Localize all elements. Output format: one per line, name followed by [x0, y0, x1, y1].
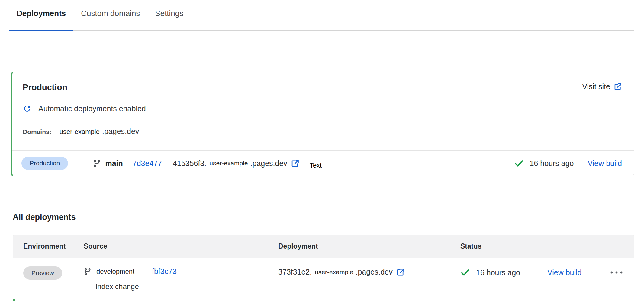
next-row-partial	[13, 299, 634, 301]
status-time: 16 hours ago	[476, 268, 520, 277]
tab-custom-domains[interactable]: Custom domains	[73, 8, 147, 31]
row-menu-button[interactable]	[610, 271, 623, 274]
commit-link[interactable]: 7d3e477	[133, 159, 162, 168]
commit-link[interactable]: fbf3c73	[152, 267, 177, 276]
all-deployments-heading: All deployments	[13, 213, 644, 222]
status-time: 16 hours ago	[530, 159, 574, 168]
external-link-icon	[396, 268, 405, 276]
environment-badge: Production	[21, 157, 68, 170]
external-link-icon	[291, 159, 299, 168]
auto-deployments-text: Automatic deployments enabled	[38, 104, 146, 113]
column-header-deployment: Deployment	[278, 242, 460, 250]
column-header-environment: Environment	[23, 242, 84, 250]
deployment-subdomain: 373f31e2.	[278, 268, 312, 276]
table-row: Preview development fbf3c73 index change…	[13, 258, 634, 299]
environment-badge: Preview	[23, 266, 62, 280]
status-cell: 16 hours ago View build	[460, 268, 634, 277]
domains-row: Domains: user-example .pages.dev	[23, 127, 622, 136]
visit-site-link[interactable]: Visit site	[582, 82, 622, 91]
deployment-suffix: .pages.dev	[356, 268, 392, 276]
check-icon	[514, 158, 524, 168]
git-branch-icon	[84, 268, 92, 275]
column-header-status: Status	[460, 242, 634, 250]
external-link-icon	[614, 83, 622, 91]
production-deployment-row: Production main 7d3e477 415356f3. user-e…	[12, 150, 634, 176]
check-icon	[460, 268, 470, 277]
commit-message: index change	[96, 282, 278, 291]
deployments-table: Environment Source Deployment Status Pre…	[13, 235, 634, 301]
refresh-icon	[23, 104, 32, 113]
git-branch-icon	[93, 159, 101, 168]
source-cell: development fbf3c73 index change	[84, 267, 278, 291]
deployment-url[interactable]: 415356f3. user-example .pages.dev	[173, 159, 299, 168]
branch-name: development	[96, 268, 134, 275]
domain-project: user-example	[60, 128, 100, 136]
deployment-subdomain: 415356f3.	[173, 159, 206, 168]
production-card-title: Production	[23, 82, 67, 93]
domain-suffix: .pages.dev	[102, 127, 139, 136]
production-card: Production Visit site Automatic deploym	[11, 72, 634, 176]
column-header-source: Source	[84, 242, 278, 250]
text-annotation: Text	[310, 161, 322, 169]
deployment-url[interactable]: 373f31e2. user-example .pages.dev	[278, 268, 460, 276]
branch-name: main	[105, 159, 123, 168]
deployment-project: user-example	[209, 160, 248, 167]
tab-deployments[interactable]: Deployments	[9, 8, 73, 31]
domains-label: Domains:	[23, 128, 52, 135]
deployment-suffix: .pages.dev	[250, 159, 287, 168]
visit-site-label: Visit site	[582, 82, 610, 91]
table-header-row: Environment Source Deployment Status	[13, 235, 634, 258]
tab-bar: Deployments Custom domains Settings	[9, 0, 634, 31]
tab-settings[interactable]: Settings	[147, 8, 191, 31]
deployment-project: user-example	[315, 269, 353, 276]
view-build-link[interactable]: View build	[588, 159, 622, 168]
view-build-link[interactable]: View build	[547, 268, 582, 277]
